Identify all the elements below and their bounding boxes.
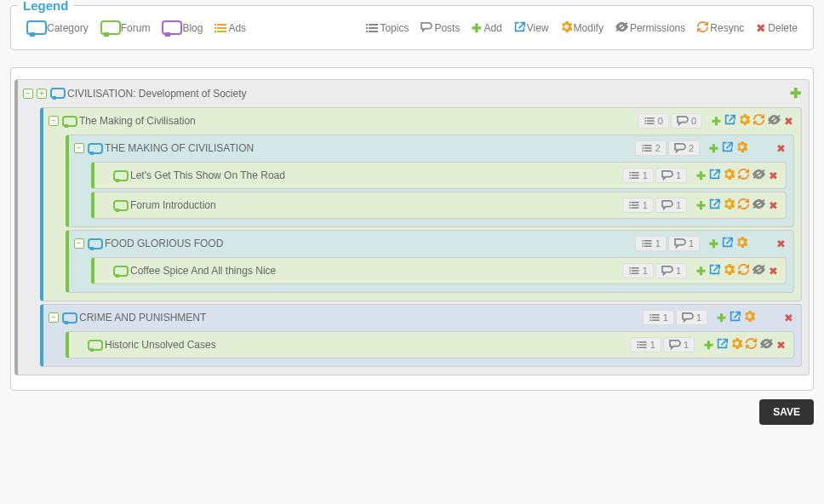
resync-icon[interactable] bbox=[745, 338, 758, 352]
legend-tool-add: ✚Add bbox=[466, 22, 506, 34]
collapse-toggle[interactable]: − bbox=[74, 143, 84, 153]
tree-node[interactable]: Forum Introduction 11✚✖ bbox=[91, 192, 787, 219]
tree-node[interactable]: − THE MAKING OF CIVILISATION 22✚✖ Let's … bbox=[66, 135, 794, 227]
topics-badge: 2 bbox=[635, 140, 667, 156]
modify-icon[interactable] bbox=[738, 114, 751, 128]
delete-icon[interactable]: ✖ bbox=[775, 339, 787, 352]
expand-toggle[interactable]: + bbox=[37, 89, 47, 99]
resync-icon[interactable] bbox=[737, 198, 750, 212]
posts-badge: 2 bbox=[668, 140, 700, 156]
forum-icon bbox=[113, 266, 127, 277]
view-icon[interactable] bbox=[708, 169, 721, 182]
ads-icon bbox=[215, 23, 226, 33]
topics-badge: 1 bbox=[643, 310, 674, 325]
tree-node[interactable]: − The Making of Civilisation 00✚✖ − THE … bbox=[40, 107, 802, 301]
node-title: FOOD GLORIOUS FOOD bbox=[105, 238, 632, 249]
tree-node[interactable]: Let's Get This Show On The Road 11✚✖ bbox=[91, 162, 787, 189]
delete-icon[interactable]: ✖ bbox=[768, 169, 779, 182]
node-title: CRIME AND PUNISHMENT bbox=[79, 312, 639, 324]
category-icon bbox=[50, 88, 64, 99]
posts-badge: 0 bbox=[671, 113, 702, 129]
delete-icon[interactable]: ✖ bbox=[783, 312, 794, 324]
view-icon[interactable] bbox=[708, 198, 721, 212]
node-title: CIVILISATION: Development of Society bbox=[67, 88, 786, 100]
tree-node[interactable]: −+ CIVILISATION: Development of Society … bbox=[14, 79, 810, 375]
modify-icon[interactable] bbox=[723, 264, 735, 278]
legend-forum: Forum bbox=[95, 20, 156, 36]
topics-badge: 1 bbox=[635, 236, 667, 251]
tree-node[interactable]: Historic Unsolved Cases 11✚✖ bbox=[66, 331, 794, 358]
node-title: THE MAKING OF CIVILISATION bbox=[105, 142, 632, 154]
add-icon[interactable]: ✚ bbox=[695, 169, 707, 182]
node-title: Let's Get This Show On The Road bbox=[130, 169, 619, 181]
permissions-icon[interactable] bbox=[752, 198, 766, 212]
collapse-toggle[interactable]: − bbox=[23, 89, 33, 99]
modify-icon[interactable] bbox=[723, 169, 735, 182]
category-icon bbox=[88, 238, 101, 249]
permissions-icon[interactable] bbox=[759, 338, 774, 352]
topics-badge: 1 bbox=[622, 263, 654, 278]
tree-node[interactable]: − CRIME AND PUNISHMENT 11✚✖ Historic Uns… bbox=[40, 304, 802, 367]
add-icon: ✚ bbox=[472, 22, 482, 34]
delete-icon[interactable]: ✖ bbox=[768, 265, 779, 278]
topics-badge: 1 bbox=[622, 168, 654, 183]
forum-icon bbox=[113, 170, 127, 181]
modify-icon[interactable] bbox=[723, 198, 735, 212]
delete-icon[interactable]: ✖ bbox=[775, 142, 787, 155]
node-title: Forum Introduction bbox=[130, 199, 619, 211]
legend-tool-resync: Resync bbox=[692, 21, 749, 35]
legend-tool-modify: Modify bbox=[556, 21, 609, 35]
add-icon[interactable]: ✚ bbox=[716, 312, 727, 324]
view-icon[interactable] bbox=[724, 114, 736, 128]
view-icon[interactable] bbox=[729, 311, 741, 324]
delete-icon[interactable]: ✖ bbox=[768, 199, 779, 212]
permissions-icon[interactable] bbox=[767, 114, 781, 128]
legend-tool-view: View bbox=[509, 21, 554, 35]
collapse-toggle[interactable]: − bbox=[49, 116, 59, 126]
delete-icon[interactable]: ✖ bbox=[783, 115, 794, 128]
add-icon[interactable]: ✚ bbox=[695, 199, 707, 212]
legend-category: Category bbox=[21, 20, 94, 36]
modify-icon[interactable] bbox=[735, 237, 748, 250]
forum-icon bbox=[62, 116, 76, 127]
permissions-icon[interactable] bbox=[752, 264, 766, 278]
delete-icon: ✖ bbox=[756, 22, 766, 34]
legend-blog: Blog bbox=[157, 20, 208, 36]
save-button[interactable]: SAVE bbox=[759, 399, 814, 425]
collapse-toggle[interactable]: − bbox=[49, 312, 59, 323]
tree-node[interactable]: Coffee Spice And All things Nice 11✚✖ bbox=[91, 257, 787, 284]
add-icon[interactable]: ✚ bbox=[708, 142, 719, 155]
resync-icon bbox=[697, 21, 708, 35]
permissions-icon[interactable] bbox=[752, 169, 766, 182]
view-icon bbox=[514, 21, 525, 35]
category-icon bbox=[88, 143, 101, 154]
category-icon bbox=[62, 312, 76, 324]
add-icon[interactable]: ✚ bbox=[703, 339, 714, 352]
view-icon[interactable] bbox=[721, 141, 734, 155]
view-icon[interactable] bbox=[721, 237, 734, 250]
resync-icon[interactable] bbox=[752, 114, 765, 128]
modify-icon[interactable] bbox=[735, 141, 748, 155]
topics-badge: 1 bbox=[622, 198, 654, 213]
add-icon[interactable]: ✚ bbox=[789, 85, 802, 101]
posts-badge: 1 bbox=[655, 198, 687, 213]
tree-node[interactable]: − FOOD GLORIOUS FOOD 11✚✖ Coffee Spice A… bbox=[66, 230, 794, 293]
resync-icon[interactable] bbox=[737, 264, 750, 278]
add-icon[interactable]: ✚ bbox=[695, 265, 707, 278]
forum-icon bbox=[88, 340, 101, 351]
add-icon[interactable]: ✚ bbox=[708, 238, 719, 250]
view-icon[interactable] bbox=[708, 264, 721, 278]
modify-icon[interactable] bbox=[743, 311, 756, 324]
posts-badge: 1 bbox=[668, 236, 700, 251]
modify-icon[interactable] bbox=[730, 338, 743, 352]
forum-icon bbox=[113, 200, 127, 211]
view-icon[interactable] bbox=[716, 338, 729, 352]
modify-icon bbox=[561, 21, 572, 35]
delete-icon[interactable]: ✖ bbox=[775, 238, 787, 250]
category-icon bbox=[26, 20, 45, 36]
permissions-icon bbox=[615, 21, 628, 35]
collapse-toggle[interactable]: − bbox=[74, 238, 84, 249]
resync-icon[interactable] bbox=[737, 169, 750, 182]
forum-icon bbox=[100, 20, 119, 36]
add-icon[interactable]: ✚ bbox=[711, 115, 722, 128]
